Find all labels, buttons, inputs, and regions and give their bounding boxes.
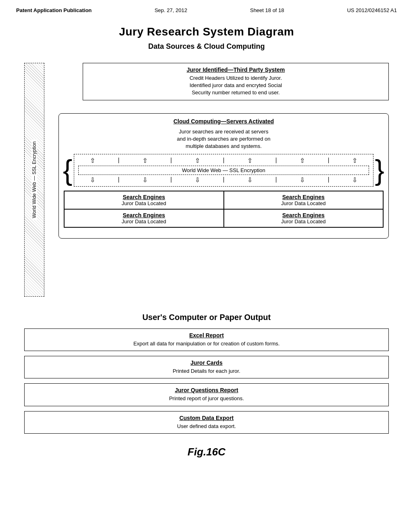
custom-export-title: Custom Data Export [30,415,383,421]
patent-number: US 2012/0246152 A1 [347,7,397,13]
cloud-box-title: Cloud Computing—Servers Activated [173,118,274,125]
arrow-up-3: ⇧ [195,157,200,164]
arrow-up-4: ⇧ [247,157,252,164]
vert-line-d4: | [275,176,277,184]
sub-title: Data Sources & Cloud Computing [24,42,389,51]
vertical-label-col: World Wide Web — SSL Encryption [24,63,46,297]
cloud-computing-area: Cloud Computing—Servers Activated Juror … [58,113,389,239]
cloud-bottom: Search Engines Juror Data Located Search… [59,191,388,238]
diagram-right: Juror Identified—Third Party System Cred… [46,63,389,297]
juror-questions-text: Printed report of juror questions. [30,395,383,402]
arrow-up-2: ⇧ [142,157,148,164]
main-content: Jury Research System Diagram Data Source… [0,17,413,474]
search-cell-4-title: Search Engines [228,212,379,218]
page-header: Patent Application Publication Sep. 27, … [0,0,413,17]
search-grid: Search Engines Juror Data Located Search… [64,191,384,228]
search-cell-3: Search Engines Juror Data Located [64,209,224,227]
cloud-box-line1: Juror searches are received at servers [64,128,384,135]
publication-date: Sep. 27, 2012 [154,7,187,13]
cloud-inner: Cloud Computing—Servers Activated Juror … [59,114,388,150]
search-cell-1-title: Search Engines [69,194,219,200]
arrows-down-row: ⇩ | ⇩ | ⇩ | ⇩ | ⇩ | ⇩ [78,176,369,184]
juror-box-line1: Credit Headers Utilized to identify Juro… [88,75,384,82]
arrow-up-1: ⇧ [90,157,95,164]
vert-line-5: | [328,157,330,164]
juror-box-title: Juror Identified—Third Party System [88,66,384,73]
juror-cards-text: Printed Details for each juror. [30,368,383,375]
output-box-juror-cards: Juror Cards Printed Details for each jur… [24,356,389,378]
vert-line-d1: | [118,176,119,184]
vertical-hatch-box: World Wide Web — SSL Encryption [24,63,44,297]
main-title: Jury Research System Diagram [24,25,389,38]
juror-identified-wrapper: Juror Identified—Third Party System Cred… [83,63,389,107]
arrow-down-4: ⇩ [247,176,252,184]
search-cell-1: Search Engines Juror Data Located [64,191,224,209]
output-title: User's Computer or Paper Output [24,313,389,322]
juror-box-line3: Security number returned to end user. [88,89,384,96]
publication-label: Patent Application Publication [16,7,92,13]
vert-line-4: | [275,157,277,164]
juror-cards-title: Juror Cards [30,360,383,366]
ssl-row: { ⇧ | ⇧ | ⇧ | ⇧ | ⇧ | [59,154,388,191]
search-cell-4-text: Juror Data Located [228,218,379,224]
arrow-down-3: ⇩ [195,176,200,184]
cloud-box-line2: and in-depth searches are performed on [64,135,384,143]
arrow-down-2: ⇩ [142,176,148,184]
juror-box-line2: Identified juror data and encryted Socia… [88,82,384,89]
arrow-up-6: ⇧ [352,157,357,164]
search-cell-2-title: Search Engines [228,194,379,200]
excel-text: Export all data for manipulation or for … [30,340,383,347]
excel-title: Excel Report [30,332,383,339]
vert-line-d3: | [223,176,225,184]
search-cell-4: Search Engines Juror Data Located [224,209,384,227]
left-brace: { [63,158,72,183]
output-box-custom-export: Custom Data Export User defined data exp… [24,411,389,434]
custom-export-text: User defined data export. [30,423,383,430]
output-box-juror-questions: Juror Questions Report Printed report of… [24,383,389,406]
output-box-excel: Excel Report Export all data for manipul… [24,328,389,351]
output-section: User's Computer or Paper Output Excel Re… [24,313,389,434]
arrows-up-row: ⇧ | ⇧ | ⇧ | ⇧ | ⇧ | ⇧ [78,157,369,164]
vert-line-d2: | [171,176,172,184]
arrow-up-5: ⇧ [300,157,305,164]
search-cell-2-text: Juror Data Located [228,200,379,206]
vert-line-2: | [171,157,172,164]
juror-identified-box: Juror Identified—Third Party System Cred… [83,63,389,100]
ssl-label: World Wide Web — SSL Encryption [78,166,369,175]
search-cell-2: Search Engines Juror Data Located [224,191,384,209]
diagram-area: World Wide Web — SSL Encryption Juror Id… [24,63,389,297]
search-cell-1-text: Juror Data Located [69,200,219,206]
vert-line-d5: | [328,176,330,184]
ssl-inner-box: ⇧ | ⇧ | ⇧ | ⇧ | ⇧ | ⇧ World Wide We [74,154,373,187]
search-cell-3-title: Search Engines [69,212,219,218]
arrow-down-5: ⇩ [300,176,305,184]
vert-line-3: | [223,157,225,164]
arrow-down-6: ⇩ [352,176,357,184]
right-brace: } [375,158,384,183]
fig-caption: Fig.16C [24,446,389,458]
search-cell-3-text: Juror Data Located [69,218,219,224]
arrow-down-1: ⇩ [90,176,95,184]
vert-line-1: | [118,157,119,164]
sheet-number: Sheet 18 of 18 [250,7,284,13]
juror-questions-title: Juror Questions Report [30,387,383,393]
vertical-label: World Wide Web — SSL Encryption [31,140,37,220]
cloud-box-line3: multiple databases and systems. [64,143,384,150]
